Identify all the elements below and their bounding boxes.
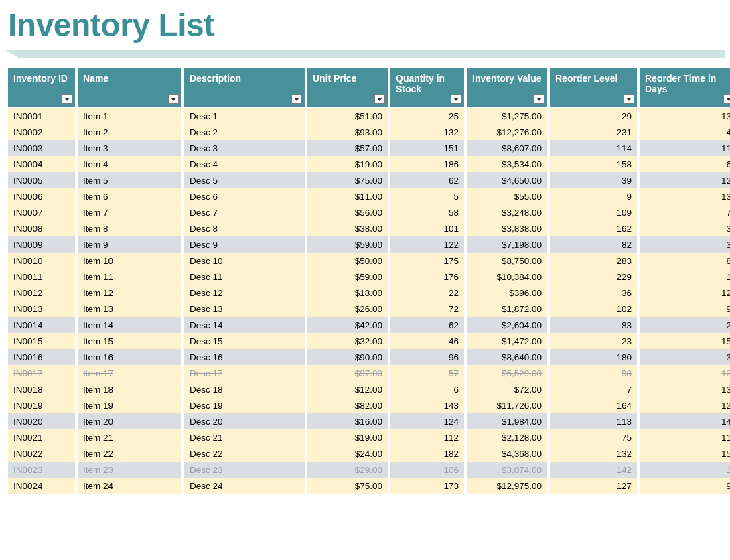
column-header-name[interactable]: Name	[78, 68, 181, 108]
cell-name: Item 21	[78, 429, 181, 445]
table-row[interactable]: IN0012Item 12Desc 12$18.0022$396.003612	[8, 285, 730, 301]
column-header-value[interactable]: Inventory Value	[467, 68, 547, 108]
filter-dropdown-icon[interactable]	[374, 94, 385, 104]
table-row[interactable]: IN0007Item 7Desc 7$56.0058$3,248.001097	[8, 204, 730, 220]
cell-days: 3	[640, 236, 730, 253]
cell-days: 2	[640, 317, 730, 333]
table-row[interactable]: IN0015Item 15Desc 15$32.0046$1,472.00231…	[8, 333, 730, 349]
table-row[interactable]: IN0017Item 17Desc 17$97.0057$5,529.00981…	[8, 365, 730, 381]
filter-dropdown-icon[interactable]	[534, 94, 544, 104]
cell-value: $2,604.00	[467, 317, 547, 333]
table-row[interactable]: IN0004Item 4Desc 4$19.00186$3,534.001586	[8, 156, 730, 172]
cell-value: $3,074.00	[467, 462, 547, 478]
cell-qty: 176	[390, 269, 464, 285]
table-row[interactable]: IN0016Item 16Desc 16$90.0096$8,640.00180…	[8, 349, 730, 365]
filter-dropdown-icon[interactable]	[723, 94, 730, 104]
table-row[interactable]: IN0018Item 18Desc 18$12.006$72.00713	[8, 381, 730, 397]
cell-id: IN0017	[8, 365, 75, 381]
table-row[interactable]: IN0013Item 13Desc 13$26.0072$1,872.00102…	[8, 301, 730, 317]
table-row[interactable]: IN0009Item 9Desc 9$59.00122$7,198.00823	[8, 236, 730, 253]
cell-name: Item 8	[78, 220, 181, 236]
cell-price: $59.00	[307, 269, 388, 285]
cell-desc: Desc 21	[184, 429, 305, 445]
cell-reorder: 231	[550, 124, 637, 140]
filter-dropdown-icon[interactable]	[62, 94, 72, 104]
table-row[interactable]: IN0008Item 8Desc 8$38.00101$3,838.001623	[8, 220, 730, 236]
table-row[interactable]: IN0002Item 2Desc 2$93.00132$12,276.00231…	[8, 124, 730, 140]
table-row[interactable]: IN0011Item 11Desc 11$59.00176$10,384.002…	[8, 269, 730, 285]
cell-desc: Desc 20	[184, 413, 305, 429]
cell-qty: 62	[390, 172, 464, 188]
cell-desc: Desc 7	[184, 204, 305, 220]
column-header-days[interactable]: Reorder Time in Days	[640, 68, 730, 108]
cell-name: Item 7	[78, 204, 181, 220]
cell-days: 15	[640, 333, 730, 349]
cell-days: 12	[640, 285, 730, 301]
table-row[interactable]: IN0020Item 20Desc 20$16.00124$1,984.0011…	[8, 413, 730, 429]
cell-price: $18.00	[307, 285, 388, 301]
cell-name: Item 24	[78, 478, 181, 494]
cell-name: Item 22	[78, 445, 181, 462]
cell-qty: 57	[390, 365, 464, 381]
table-row[interactable]: IN0006Item 6Desc 6$11.005$55.00913	[8, 188, 730, 204]
cell-reorder: 162	[550, 220, 637, 236]
cell-qty: 22	[390, 285, 464, 301]
cell-reorder: 98	[550, 365, 637, 381]
column-header-id[interactable]: Inventory ID	[8, 68, 75, 108]
cell-qty: 143	[390, 397, 464, 413]
cell-price: $51.00	[307, 108, 388, 124]
column-header-desc[interactable]: Description	[184, 68, 305, 108]
filter-dropdown-icon[interactable]	[291, 94, 302, 104]
cell-days: 8	[640, 253, 730, 269]
filter-dropdown-icon[interactable]	[451, 94, 461, 104]
cell-qty: 182	[390, 445, 464, 462]
column-label: Reorder Time in Days	[645, 73, 716, 94]
table-row[interactable]: IN0022Item 22Desc 22$24.00182$4,368.0013…	[8, 445, 730, 462]
table-row[interactable]: IN0010Item 10Desc 10$50.00175$8,750.0028…	[8, 253, 730, 269]
cell-id: IN0002	[8, 124, 75, 140]
filter-dropdown-icon[interactable]	[168, 94, 179, 104]
cell-name: Item 3	[78, 140, 181, 156]
table-row[interactable]: IN0014Item 14Desc 14$42.0062$2,604.00832	[8, 317, 730, 333]
cell-price: $11.00	[307, 188, 388, 204]
filter-dropdown-icon[interactable]	[624, 94, 634, 104]
cell-price: $82.00	[307, 397, 388, 413]
cell-desc: Desc 8	[184, 220, 305, 236]
table-row[interactable]: IN0005Item 5Desc 5$75.0062$4,650.003912	[8, 172, 730, 188]
cell-reorder: 164	[550, 397, 637, 413]
cell-value: $396.00	[467, 285, 547, 301]
cell-value: $1,984.00	[467, 413, 547, 429]
column-header-price[interactable]: Unit Price	[307, 68, 388, 108]
column-header-reorder[interactable]: Reorder Level	[550, 68, 637, 108]
cell-price: $97.00	[307, 365, 388, 381]
cell-days: 12	[640, 172, 730, 188]
cell-reorder: 102	[550, 301, 637, 317]
column-header-qty[interactable]: Quantity in Stock	[390, 68, 464, 108]
table-row[interactable]: IN0021Item 21Desc 21$19.00112$2,128.0075…	[8, 429, 730, 445]
cell-days: 14	[640, 413, 730, 429]
cell-name: Item 6	[78, 188, 181, 204]
table-row[interactable]: IN0001Item 1Desc 1$51.0025$1,275.002913	[8, 108, 730, 124]
cell-value: $4,368.00	[467, 445, 547, 462]
table-row[interactable]: IN0024Item 24Desc 24$75.00173$12,975.001…	[8, 478, 730, 494]
cell-name: Item 5	[78, 172, 181, 188]
cell-qty: 132	[390, 124, 464, 140]
table-row[interactable]: IN0019Item 19Desc 19$82.00143$11,726.001…	[8, 397, 730, 413]
page-title: Inventory List	[8, 7, 722, 44]
cell-price: $50.00	[307, 253, 388, 269]
cell-name: Item 9	[78, 236, 181, 253]
cell-desc: Desc 15	[184, 333, 305, 349]
cell-id: IN0005	[8, 172, 75, 188]
cell-id: IN0012	[8, 285, 75, 301]
cell-qty: 6	[390, 381, 464, 397]
cell-price: $26.00	[307, 301, 388, 317]
cell-id: IN0015	[8, 333, 75, 349]
table-row[interactable]: IN0023Item 23Desc 23$29.00106$3,074.0014…	[8, 462, 730, 478]
table-body: IN0001Item 1Desc 1$51.0025$1,275.002913I…	[8, 108, 730, 494]
cell-value: $4,650.00	[467, 172, 547, 188]
cell-days: 9	[640, 478, 730, 494]
table-row[interactable]: IN0003Item 3Desc 3$57.00151$8,607.001141…	[8, 140, 730, 156]
cell-qty: 62	[390, 317, 464, 333]
cell-desc: Desc 5	[184, 172, 305, 188]
cell-id: IN0010	[8, 253, 75, 269]
